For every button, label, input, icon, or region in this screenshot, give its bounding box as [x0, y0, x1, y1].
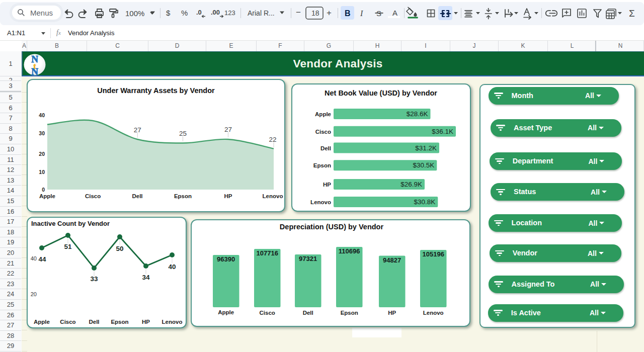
- svg-text:Apple: Apple: [34, 319, 50, 325]
- svg-text:Cisco: Cisco: [315, 129, 331, 135]
- svg-text:Under Warranty Assets by Vendo: Under Warranty Assets by Vendor: [97, 86, 215, 95]
- svg-text:107716: 107716: [257, 249, 278, 257]
- svg-text:27: 27: [224, 126, 232, 133]
- svg-text:Cisco: Cisco: [85, 193, 101, 199]
- svg-text:97321: 97321: [299, 255, 317, 262]
- svg-text:100%: 100%: [125, 9, 144, 18]
- svg-text:25: 25: [179, 130, 187, 137]
- svg-text:40: 40: [168, 263, 176, 271]
- svg-text:$28.6K: $28.6K: [407, 110, 428, 118]
- svg-text:I: I: [360, 9, 363, 18]
- svg-text:22: 22: [269, 136, 276, 143]
- svg-text:94827: 94827: [383, 256, 401, 264]
- svg-text:Lenovo: Lenovo: [162, 319, 183, 325]
- svg-text:B: B: [345, 9, 351, 18]
- svg-text:$26.9K: $26.9K: [400, 181, 422, 188]
- svg-text:Epson: Epson: [174, 193, 192, 199]
- svg-text:33: 33: [90, 275, 98, 283]
- svg-text:0: 0: [42, 187, 45, 193]
- svg-text:$30.8K: $30.8K: [414, 198, 436, 206]
- svg-text:96390: 96390: [217, 255, 235, 263]
- svg-text:20: 20: [39, 151, 45, 157]
- svg-text:Inactive Count by Vendor: Inactive Count by Vendor: [31, 220, 110, 227]
- svg-text:40: 40: [31, 255, 37, 261]
- svg-text:Apple: Apple: [315, 111, 331, 117]
- svg-text:34: 34: [142, 274, 150, 281]
- svg-text:20: 20: [31, 291, 37, 297]
- svg-text:Lenovo: Lenovo: [263, 193, 283, 199]
- svg-text:%: %: [181, 9, 188, 17]
- svg-text:+: +: [327, 8, 332, 18]
- svg-text:Cisco: Cisco: [60, 319, 75, 325]
- svg-text:27: 27: [134, 126, 141, 134]
- svg-text:Arial R...: Arial R...: [248, 9, 275, 17]
- svg-text:$30.5K: $30.5K: [413, 161, 435, 169]
- svg-text:.0: .0: [196, 9, 202, 16]
- svg-text:123: 123: [224, 9, 235, 17]
- svg-text:10: 10: [39, 169, 45, 175]
- svg-text:Epson: Epson: [313, 162, 331, 168]
- svg-text:Apple: Apple: [39, 193, 55, 199]
- svg-text:Dell: Dell: [320, 145, 331, 151]
- svg-text:44: 44: [38, 255, 46, 263]
- svg-text:50: 50: [116, 245, 123, 252]
- svg-text:40: 40: [39, 112, 45, 118]
- svg-text:Cisco: Cisco: [260, 310, 275, 316]
- svg-text:HP: HP: [323, 182, 331, 188]
- svg-text:Dell: Dell: [132, 193, 142, 199]
- svg-text:Apple: Apple: [218, 309, 234, 315]
- svg-text:$36.1K: $36.1K: [432, 128, 453, 135]
- svg-text:HP: HP: [388, 310, 396, 316]
- svg-text:Epson: Epson: [341, 310, 358, 316]
- svg-text:Σ: Σ: [629, 8, 635, 19]
- svg-text:18: 18: [311, 9, 319, 17]
- svg-text:$31.2K: $31.2K: [415, 144, 437, 152]
- svg-text:Lenovo: Lenovo: [423, 310, 444, 316]
- svg-text:N: N: [31, 66, 38, 76]
- svg-text:A: A: [392, 9, 397, 17]
- svg-text:Net Book Value (USD) by Vendor: Net Book Value (USD) by Vendor: [325, 89, 437, 97]
- svg-text:HP: HP: [142, 319, 150, 325]
- svg-text:Depreciation (USD) by Vendor: Depreciation (USD) by Vendor: [280, 223, 384, 231]
- svg-text:.00: .00: [211, 9, 220, 16]
- svg-text:51: 51: [64, 243, 72, 250]
- svg-text:Epson: Epson: [111, 319, 128, 325]
- svg-text:30: 30: [39, 130, 45, 136]
- svg-text:HP: HP: [224, 193, 232, 199]
- svg-text:105196: 105196: [423, 250, 444, 258]
- svg-text:110696: 110696: [339, 247, 360, 255]
- svg-text:Lenovo: Lenovo: [310, 199, 331, 205]
- svg-text:$: $: [166, 9, 171, 17]
- svg-text:Dell: Dell: [303, 310, 313, 316]
- svg-text:−: −: [296, 8, 301, 17]
- svg-text:Dell: Dell: [89, 319, 99, 325]
